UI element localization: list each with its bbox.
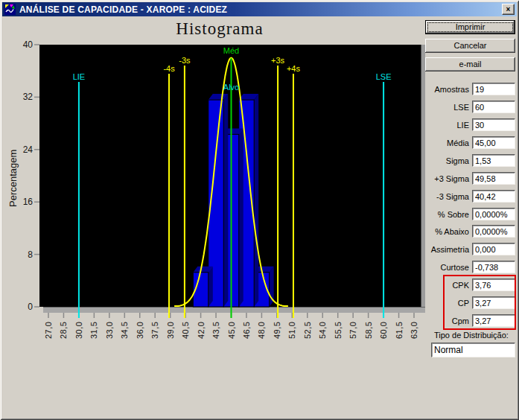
field-label-curtose: Curtose	[408, 262, 469, 273]
y-tick-label: 32	[23, 92, 34, 102]
distribution-label: Tipo de Distribuição:	[434, 331, 509, 340]
field-input-curtose[interactable]	[472, 261, 515, 273]
field-label-cp: CP	[408, 298, 469, 308]
x-tick-label: 30,0	[74, 322, 83, 339]
x-tick-label: 55,5	[334, 322, 343, 339]
plot-floor	[43, 307, 425, 313]
window-title: ANÁLISE DE CAPACIDADE - XAROPE : ACIDEZ	[19, 4, 227, 15]
field-input-cpm[interactable]	[472, 314, 515, 327]
x-tick-label: 42,0	[197, 322, 206, 339]
x-tick-label: 49,5	[273, 322, 281, 339]
x-tick-label: 58,5	[364, 322, 373, 339]
field-label-cpk: CPK	[408, 280, 469, 290]
y-tick-label: 8	[28, 249, 33, 260]
field-input-sigma[interactable]	[472, 154, 515, 167]
field-input-plus-3-sigma[interactable]	[472, 172, 515, 185]
x-tick-label: 60,0	[379, 322, 388, 339]
x-tick-label: 48,0	[257, 322, 266, 339]
y-tick-label: 40	[23, 39, 34, 50]
x-tick-label: 43,5	[211, 322, 220, 339]
ref-line-label-plus-4s: +4s	[287, 64, 301, 73]
y-axis-title: Percentagem	[7, 150, 19, 207]
cancelar-button[interactable]: Cancelar	[425, 39, 515, 53]
distribution-input[interactable]	[431, 343, 515, 357]
x-tick-label: 54,0	[318, 322, 327, 339]
x-tick-label: 27,0	[44, 322, 53, 339]
ref-line-label-plus-3s: +3s	[271, 56, 285, 65]
x-tick-label: 33,0	[105, 322, 114, 339]
ref-line-label-med: Méd	[223, 46, 239, 55]
ref-line-label-lse: LSE	[376, 72, 392, 81]
email-button[interactable]: e-mail	[425, 57, 515, 71]
field-label-lse: LSE	[408, 102, 469, 112]
bar-side-face	[208, 267, 213, 307]
field-input-minus-3-sigma[interactable]	[472, 190, 515, 203]
y-tick-label: 24	[23, 144, 34, 155]
imprimir-button[interactable]: Imprimir	[425, 20, 515, 34]
x-tick-label: 37,5	[150, 322, 159, 339]
x-tick-label: 51,0	[287, 322, 296, 339]
field-label-amostras: Amostras	[408, 84, 469, 95]
x-tick-label: 34,5	[120, 322, 129, 339]
x-tick-label: 31,5	[89, 322, 98, 339]
title-bar[interactable]: ANÁLISE DE CAPACIDADE - XAROPE : ACIDEZ …	[2, 2, 517, 16]
app-window: ANÁLISE DE CAPACIDADE - XAROPE : ACIDEZ …	[0, 0, 519, 420]
field-input-assimetria[interactable]	[472, 243, 515, 255]
bar-side-face	[239, 128, 243, 307]
field-label-lie: LIE	[408, 120, 469, 130]
x-tick-label: 52,5	[303, 322, 312, 339]
field-input-pct-abaixo[interactable]	[472, 225, 515, 238]
x-tick-label: 45,0	[227, 322, 236, 339]
x-tick-label: 36,0	[136, 322, 144, 339]
field-label-minus-3-sigma: -3 Sigma	[408, 191, 469, 202]
x-tick-label: 61,5	[395, 322, 404, 339]
bar-side-face	[223, 94, 228, 307]
x-tick-label: 28,5	[59, 322, 68, 339]
field-input-lie[interactable]	[472, 118, 515, 131]
x-tick-label: 46,5	[242, 322, 251, 339]
field-input-pct-sobre[interactable]	[472, 208, 515, 220]
x-tick-label: 57,0	[348, 322, 357, 339]
y-tick-label: 0	[28, 302, 33, 312]
annotation-alvo: Alvo	[223, 83, 239, 92]
field-input-cpk[interactable]	[472, 279, 515, 291]
field-input-lse[interactable]	[472, 101, 515, 113]
bar-side-face	[254, 94, 258, 307]
field-label-assimetria: Assimetria	[408, 244, 469, 255]
ref-line-label-minus-4s: -4s	[163, 64, 175, 73]
field-label-media: Média	[408, 138, 469, 148]
field-label-pct-sobre: % Sobre	[408, 209, 469, 220]
field-label-sigma: Sigma	[408, 156, 469, 166]
field-input-cp[interactable]	[472, 296, 515, 309]
capability-histogram: 081624324027,028,530,031,533,034,536,037…	[0, 0, 439, 420]
field-input-amostras[interactable]	[472, 83, 515, 95]
x-tick-label: 39,0	[166, 322, 175, 339]
chart-title: Histograma	[0, 19, 439, 39]
field-label-plus-3-sigma: +3 Sigma	[408, 174, 469, 184]
field-label-cpm: Cpm	[408, 316, 469, 326]
ref-line-label-minus-3s: -3s	[179, 56, 191, 65]
field-label-pct-abaixo: % Abaixo	[408, 226, 469, 237]
ref-line-label-lie: LIE	[73, 72, 86, 81]
x-tick-label: 40,5	[181, 322, 190, 339]
y-tick-label: 16	[23, 197, 34, 207]
close-button[interactable]: ×	[502, 4, 515, 15]
app-icon	[4, 4, 16, 15]
field-input-media[interactable]	[472, 136, 515, 149]
